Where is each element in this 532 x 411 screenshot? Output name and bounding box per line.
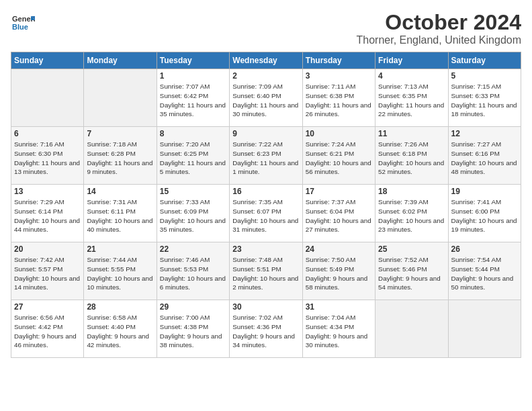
day-number: 16 [232, 187, 299, 196]
day-number: 30 [232, 302, 299, 312]
week-row-5: 27Sunrise: 6:56 AM Sunset: 4:42 PM Dayli… [11, 300, 521, 358]
day-info: Sunrise: 7:35 AM Sunset: 6:07 PM Dayligh… [232, 197, 299, 234]
day-number: 11 [378, 129, 445, 138]
day-number: 5 [451, 71, 518, 81]
title-block: October 2024 Thorner, England, United Ki… [357, 11, 521, 46]
day-info: Sunrise: 7:39 AM Sunset: 6:02 PM Dayligh… [378, 197, 445, 234]
day-cell: 23Sunrise: 7:48 AM Sunset: 5:51 PM Dayli… [230, 242, 302, 300]
week-row-3: 13Sunrise: 7:29 AM Sunset: 6:14 PM Dayli… [11, 185, 521, 242]
day-number: 17 [306, 187, 372, 196]
day-cell [11, 69, 84, 127]
day-cell: 3Sunrise: 7:11 AM Sunset: 6:38 PM Daylig… [302, 69, 375, 127]
col-header-thursday: Thursday [302, 52, 375, 69]
day-cell: 1Sunrise: 7:07 AM Sunset: 6:42 PM Daylig… [157, 69, 229, 127]
day-info: Sunrise: 7:31 AM Sunset: 6:11 PM Dayligh… [87, 197, 153, 234]
logo-icon: General Blue [11, 11, 35, 35]
day-number: 1 [160, 71, 226, 81]
day-number: 4 [378, 71, 445, 81]
day-cell: 27Sunrise: 6:56 AM Sunset: 4:42 PM Dayli… [11, 300, 84, 358]
day-number: 14 [87, 187, 153, 196]
day-cell: 5Sunrise: 7:15 AM Sunset: 6:33 PM Daylig… [448, 69, 521, 127]
day-info: Sunrise: 7:33 AM Sunset: 6:09 PM Dayligh… [160, 197, 226, 234]
day-info: Sunrise: 7:42 AM Sunset: 5:57 PM Dayligh… [14, 255, 81, 292]
day-info: Sunrise: 7:04 AM Sunset: 4:34 PM Dayligh… [306, 313, 372, 350]
header: General Blue October 2024 Thorner, Engla… [11, 11, 521, 46]
day-info: Sunrise: 7:20 AM Sunset: 6:25 PM Dayligh… [160, 140, 226, 177]
week-row-1: 1Sunrise: 7:07 AM Sunset: 6:42 PM Daylig… [11, 69, 521, 127]
day-cell: 14Sunrise: 7:31 AM Sunset: 6:11 PM Dayli… [84, 185, 157, 242]
day-number: 13 [14, 187, 81, 196]
day-number: 6 [14, 129, 81, 138]
day-cell: 17Sunrise: 7:37 AM Sunset: 6:04 PM Dayli… [302, 185, 375, 242]
day-number: 8 [160, 129, 226, 138]
day-info: Sunrise: 7:15 AM Sunset: 6:33 PM Dayligh… [451, 82, 518, 119]
day-info: Sunrise: 6:56 AM Sunset: 4:42 PM Dayligh… [14, 313, 81, 350]
month-title: October 2024 [357, 11, 521, 34]
day-number: 7 [87, 129, 153, 138]
day-info: Sunrise: 7:44 AM Sunset: 5:55 PM Dayligh… [87, 255, 153, 292]
calendar-table: SundayMondayTuesdayWednesdayThursdayFrid… [11, 52, 521, 358]
day-number: 23 [232, 244, 299, 254]
day-cell: 21Sunrise: 7:44 AM Sunset: 5:55 PM Dayli… [84, 242, 157, 300]
day-info: Sunrise: 7:54 AM Sunset: 5:44 PM Dayligh… [451, 255, 518, 292]
day-cell: 22Sunrise: 7:46 AM Sunset: 5:53 PM Dayli… [157, 242, 229, 300]
day-cell: 8Sunrise: 7:20 AM Sunset: 6:25 PM Daylig… [157, 127, 229, 185]
day-cell: 31Sunrise: 7:04 AM Sunset: 4:34 PM Dayli… [302, 300, 375, 358]
day-info: Sunrise: 7:07 AM Sunset: 6:42 PM Dayligh… [160, 82, 226, 119]
day-cell: 10Sunrise: 7:24 AM Sunset: 6:21 PM Dayli… [302, 127, 375, 185]
day-cell: 28Sunrise: 6:58 AM Sunset: 4:40 PM Dayli… [84, 300, 157, 358]
day-number: 18 [378, 187, 445, 196]
day-info: Sunrise: 7:09 AM Sunset: 6:40 PM Dayligh… [232, 82, 299, 119]
day-cell [448, 300, 521, 358]
day-number: 28 [87, 302, 153, 312]
day-number: 10 [306, 129, 372, 138]
day-info: Sunrise: 7:37 AM Sunset: 6:04 PM Dayligh… [306, 197, 372, 234]
day-info: Sunrise: 6:58 AM Sunset: 4:40 PM Dayligh… [87, 313, 153, 350]
day-number: 9 [232, 129, 299, 138]
day-number: 21 [87, 244, 153, 254]
day-cell: 7Sunrise: 7:18 AM Sunset: 6:28 PM Daylig… [84, 127, 157, 185]
day-info: Sunrise: 7:46 AM Sunset: 5:53 PM Dayligh… [160, 255, 226, 292]
day-info: Sunrise: 7:11 AM Sunset: 6:38 PM Dayligh… [306, 82, 372, 119]
day-info: Sunrise: 7:24 AM Sunset: 6:21 PM Dayligh… [306, 140, 372, 177]
day-cell [375, 300, 448, 358]
day-cell: 16Sunrise: 7:35 AM Sunset: 6:07 PM Dayli… [230, 185, 302, 242]
day-cell: 6Sunrise: 7:16 AM Sunset: 6:30 PM Daylig… [11, 127, 84, 185]
day-number: 19 [451, 187, 518, 196]
day-info: Sunrise: 7:29 AM Sunset: 6:14 PM Dayligh… [14, 197, 81, 234]
col-header-sunday: Sunday [11, 52, 84, 69]
day-cell: 13Sunrise: 7:29 AM Sunset: 6:14 PM Dayli… [11, 185, 84, 242]
col-header-wednesday: Wednesday [230, 52, 302, 69]
day-number: 12 [451, 129, 518, 138]
col-header-monday: Monday [84, 52, 157, 69]
day-number: 2 [232, 71, 299, 81]
day-info: Sunrise: 7:26 AM Sunset: 6:18 PM Dayligh… [378, 140, 445, 177]
day-cell: 15Sunrise: 7:33 AM Sunset: 6:09 PM Dayli… [157, 185, 229, 242]
day-cell: 9Sunrise: 7:22 AM Sunset: 6:23 PM Daylig… [230, 127, 302, 185]
day-number: 26 [451, 244, 518, 254]
day-cell [84, 69, 157, 127]
day-info: Sunrise: 7:18 AM Sunset: 6:28 PM Dayligh… [87, 140, 153, 177]
svg-text:Blue: Blue [12, 23, 28, 31]
col-header-friday: Friday [375, 52, 448, 69]
day-cell: 20Sunrise: 7:42 AM Sunset: 5:57 PM Dayli… [11, 242, 84, 300]
day-cell: 19Sunrise: 7:41 AM Sunset: 6:00 PM Dayli… [448, 185, 521, 242]
day-cell: 25Sunrise: 7:52 AM Sunset: 5:46 PM Dayli… [375, 242, 448, 300]
day-info: Sunrise: 7:16 AM Sunset: 6:30 PM Dayligh… [14, 140, 81, 177]
day-number: 22 [160, 244, 226, 254]
day-info: Sunrise: 7:22 AM Sunset: 6:23 PM Dayligh… [232, 140, 299, 177]
day-number: 3 [306, 71, 372, 81]
day-cell: 2Sunrise: 7:09 AM Sunset: 6:40 PM Daylig… [230, 69, 302, 127]
week-row-2: 6Sunrise: 7:16 AM Sunset: 6:30 PM Daylig… [11, 127, 521, 185]
day-cell: 30Sunrise: 7:02 AM Sunset: 4:36 PM Dayli… [230, 300, 302, 358]
day-info: Sunrise: 7:27 AM Sunset: 6:16 PM Dayligh… [451, 140, 518, 177]
day-info: Sunrise: 7:13 AM Sunset: 6:35 PM Dayligh… [378, 82, 445, 119]
day-cell: 4Sunrise: 7:13 AM Sunset: 6:35 PM Daylig… [375, 69, 448, 127]
day-number: 29 [160, 302, 226, 312]
day-number: 15 [160, 187, 226, 196]
col-header-tuesday: Tuesday [157, 52, 229, 69]
day-cell: 24Sunrise: 7:50 AM Sunset: 5:49 PM Dayli… [302, 242, 375, 300]
day-number: 27 [14, 302, 81, 312]
page: General Blue October 2024 Thorner, Engla… [0, 0, 532, 363]
day-number: 31 [306, 302, 372, 312]
